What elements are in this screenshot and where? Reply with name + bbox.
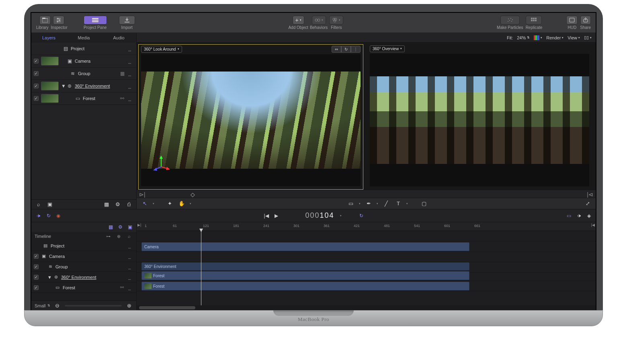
render-dropdown[interactable]: Render ▾ <box>546 35 563 40</box>
text-tool[interactable]: T <box>394 200 402 208</box>
gear-icon[interactable]: ⚙ <box>114 200 122 209</box>
loop-icon[interactable]: ↻ <box>47 213 51 219</box>
link-icon[interactable]: ⚯ <box>120 96 126 101</box>
tab-media[interactable]: Media <box>66 33 101 43</box>
expand-icon[interactable]: ⤢ <box>584 200 592 208</box>
layer-row-360-env[interactable]: ✓ ▼ ⊛ 360° Environment ⎯ <box>31 80 136 92</box>
enable-checkbox[interactable]: ✓ <box>34 59 39 63</box>
tab-layers[interactable]: Layers <box>31 33 66 43</box>
pan-tool[interactable]: ⇔ <box>332 46 341 53</box>
clip-360-env-header[interactable]: 360° Environment <box>141 262 469 270</box>
import-button[interactable] <box>119 16 135 25</box>
goto-end-icon[interactable]: |⊲ <box>587 191 593 198</box>
play-button[interactable]: ▶ <box>275 213 278 219</box>
search-icon[interactable]: ⌕ <box>35 200 43 209</box>
mini-playhead-icon[interactable]: ◇ <box>191 191 195 198</box>
layer-row-project[interactable]: ▤ Project ⎯ <box>31 43 136 55</box>
print-icon[interactable]: ⎙ <box>125 200 133 209</box>
hud-button[interactable] <box>566 16 578 25</box>
share-button[interactable] <box>580 16 591 25</box>
show-mask-icon[interactable]: ▣ <box>127 224 133 230</box>
timeline-ruler[interactable]: ▶| 1 61 121 181 241 301 361 421 481 541 … <box>137 222 596 231</box>
orbit-tool[interactable]: ↻ <box>341 46 351 53</box>
timeline-row-camera[interactable]: ✓ ▣ Camera ⎯ <box>31 251 136 262</box>
timeline-tracks[interactable]: Camera 360° Environment Forest Forest <box>137 231 596 305</box>
line-tool[interactable]: ╱ <box>382 200 390 208</box>
make-particles-button[interactable] <box>500 16 520 25</box>
clock-icon[interactable]: ↻ <box>359 213 363 219</box>
blend-icon[interactable]: ▦ <box>120 71 126 76</box>
canvas-preview[interactable] <box>141 72 361 169</box>
lock-icon[interactable]: ⎯ <box>128 58 134 64</box>
viewer-camera-dropdown[interactable]: 360° Overview▾ <box>370 45 405 52</box>
checker-icon[interactable]: ▩ <box>102 200 111 209</box>
show-behavior-icon[interactable]: ⚙ <box>117 224 123 230</box>
tab-audio[interactable]: Audio <box>101 33 136 43</box>
timeline-row-project[interactable]: ▤ Project ⎯ <box>31 241 136 251</box>
lock-icon[interactable]: ⎯ <box>128 275 134 280</box>
timeline-row-forest[interactable]: ✓ ▭ Forest ⚯ ⎯ <box>31 282 136 293</box>
hand-tool[interactable]: ✋ <box>178 200 186 208</box>
show-video-icon[interactable]: ▩ <box>107 224 114 230</box>
snap-icon[interactable]: ⊶ <box>104 232 112 240</box>
clip-forest-group[interactable]: Forest <box>141 271 469 280</box>
inspector-button[interactable] <box>53 16 64 25</box>
transform-3d-tool[interactable]: ✦ <box>166 200 174 208</box>
lock-icon[interactable]: ⎯ <box>128 96 134 101</box>
enable-checkbox[interactable]: ✓ <box>34 71 39 76</box>
playhead[interactable] <box>201 231 201 305</box>
enable-checkbox[interactable]: ✓ <box>34 275 39 280</box>
enable-checkbox[interactable]: ✓ <box>34 285 39 290</box>
library-button[interactable] <box>39 16 51 25</box>
mask-tool[interactable]: ▢ <box>420 200 428 208</box>
zoom-time-icon[interactable]: ⊕ <box>115 232 123 240</box>
disclosure-icon[interactable]: ▼ <box>47 275 51 280</box>
timeline-toggle-icon[interactable]: ▭ <box>567 213 571 219</box>
goto-start-icon[interactable]: ⊳| <box>139 191 145 198</box>
zoom-in-icon[interactable]: ⊕ <box>125 302 133 310</box>
rectangle-tool[interactable]: ▭ <box>347 200 355 208</box>
lock-icon[interactable]: ⎯ <box>128 71 134 76</box>
clip-camera[interactable]: Camera <box>141 242 469 251</box>
behaviors-button[interactable]: ▾ <box>312 16 326 25</box>
layout-button[interactable]: ▯▯ ▾ <box>584 35 592 40</box>
lock-icon[interactable]: ⎯ <box>128 254 134 259</box>
enable-checkbox[interactable]: ✓ <box>34 84 39 88</box>
enable-checkbox[interactable]: ✓ <box>34 254 39 259</box>
goto-start-button[interactable]: |◀ <box>264 213 268 219</box>
search-icon[interactable]: ⌕ <box>125 232 133 240</box>
timeline-row-360-env[interactable]: ✓ ▼ ⊛ 360° Environment ⎯ <box>31 272 136 282</box>
timeline-row-group[interactable]: ✓ ≋ Group ⎯ <box>31 262 136 272</box>
enable-checkbox[interactable]: ✓ <box>34 264 39 269</box>
layer-row-group[interactable]: ✓ ≋ Group ▦ ⎯ <box>31 67 136 80</box>
3d-axis-gizmo[interactable] <box>152 153 171 172</box>
clip-forest[interactable]: Forest <box>141 282 469 290</box>
zoom-out-icon[interactable]: ⊖ <box>53 302 61 310</box>
lock-icon[interactable]: ⎯ <box>128 46 134 51</box>
audio-icon[interactable]: 🕩 <box>36 213 41 219</box>
frame-icon[interactable]: ▣ <box>46 200 54 209</box>
timecode-display[interactable]: 000104 <box>305 211 334 220</box>
replicate-button[interactable] <box>526 16 542 25</box>
pen-tool[interactable]: ✒ <box>365 200 373 208</box>
record-icon[interactable]: ◉ <box>56 213 60 219</box>
enable-checkbox[interactable]: ✓ <box>34 96 39 101</box>
lock-icon[interactable]: ⎯ <box>128 83 134 89</box>
lock-icon[interactable]: ⎯ <box>128 285 134 290</box>
disclosure-icon[interactable]: ▼ <box>61 83 64 89</box>
layer-row-camera[interactable]: ✓ ▣ Camera ⎯ <box>31 55 136 67</box>
mini-timeline[interactable]: ⊳| ◇ |⊲ <box>137 190 596 198</box>
timeline-scrollbar[interactable] <box>137 305 596 310</box>
color-channels-button[interactable]: ▾ <box>534 35 542 40</box>
add-object-button[interactable]: +▾ <box>293 16 304 25</box>
audio-timeline-icon[interactable]: 🕩 <box>577 213 582 219</box>
track-size-dropdown[interactable]: Small ⇅ <box>35 303 50 308</box>
lock-icon[interactable]: ⎯ <box>128 264 134 269</box>
layer-row-forest[interactable]: ✓ ▭ Forest ⚯ ⎯ <box>31 92 136 105</box>
more-tool[interactable]: ⋮ <box>351 46 361 53</box>
project-pane-button[interactable] <box>84 16 107 25</box>
select-tool[interactable]: ↖ <box>141 200 149 208</box>
canvas-preview[interactable] <box>370 76 589 164</box>
view-dropdown[interactable]: View ▾ <box>568 35 580 40</box>
viewer-camera-dropdown[interactable]: 360° Look Around▾ <box>141 46 182 53</box>
